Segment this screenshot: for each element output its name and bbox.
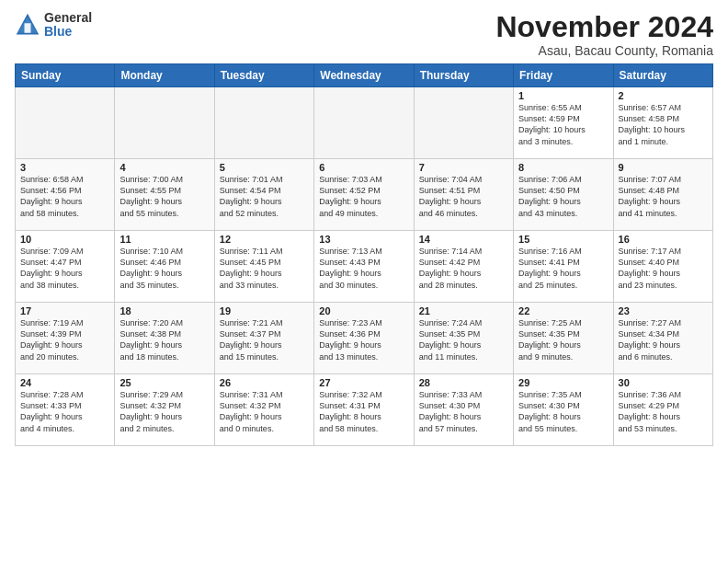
- logo-blue-text: Blue: [44, 25, 92, 39]
- col-sunday: Sunday: [16, 64, 115, 87]
- cal-cell-w5-d2: 26Sunrise: 7:31 AMSunset: 4:32 PMDayligh…: [214, 374, 313, 446]
- day-info: Sunrise: 7:16 AMSunset: 4:41 PMDaylight:…: [518, 246, 608, 291]
- cal-cell-w5-d4: 28Sunrise: 7:33 AMSunset: 4:30 PMDayligh…: [414, 374, 513, 446]
- cal-cell-w5-d3: 27Sunrise: 7:32 AMSunset: 4:31 PMDayligh…: [314, 374, 414, 446]
- day-number: 24: [20, 377, 109, 388]
- day-number: 4: [119, 162, 209, 173]
- day-info: Sunrise: 7:21 AMSunset: 4:37 PMDaylight:…: [220, 317, 309, 362]
- day-number: 26: [220, 377, 309, 388]
- day-info: Sunrise: 7:14 AMSunset: 4:42 PMDaylight:…: [419, 246, 508, 291]
- cal-cell-w1-d1: [115, 87, 214, 159]
- day-info: Sunrise: 7:23 AMSunset: 4:36 PMDaylight:…: [319, 317, 408, 362]
- cal-cell-w5-d0: 24Sunrise: 7:28 AMSunset: 4:33 PMDayligh…: [16, 374, 115, 446]
- col-wednesday: Wednesday: [314, 64, 414, 87]
- day-number: 1: [518, 90, 608, 101]
- day-info: Sunrise: 7:03 AMSunset: 4:52 PMDaylight:…: [319, 174, 408, 219]
- col-tuesday: Tuesday: [214, 64, 313, 87]
- cal-cell-w1-d5: 1Sunrise: 6:55 AMSunset: 4:59 PMDaylight…: [514, 87, 613, 159]
- day-info: Sunrise: 7:20 AMSunset: 4:38 PMDaylight:…: [119, 317, 209, 362]
- day-number: 9: [619, 162, 708, 173]
- day-info: Sunrise: 6:57 AMSunset: 4:58 PMDaylight:…: [619, 102, 708, 147]
- day-number: 6: [319, 162, 408, 173]
- day-info: Sunrise: 7:00 AMSunset: 4:55 PMDaylight:…: [119, 174, 209, 219]
- cal-cell-w2-d6: 9Sunrise: 7:07 AMSunset: 4:48 PMDaylight…: [613, 159, 712, 231]
- week-row-2: 3Sunrise: 6:58 AMSunset: 4:56 PMDaylight…: [16, 159, 713, 231]
- day-info: Sunrise: 7:10 AMSunset: 4:46 PMDaylight:…: [119, 246, 209, 291]
- day-info: Sunrise: 6:55 AMSunset: 4:59 PMDaylight:…: [518, 102, 608, 147]
- day-number: 22: [518, 305, 608, 316]
- cal-cell-w1-d6: 2Sunrise: 6:57 AMSunset: 4:58 PMDaylight…: [613, 87, 712, 159]
- svg-rect-2: [25, 24, 31, 34]
- week-row-5: 24Sunrise: 7:28 AMSunset: 4:33 PMDayligh…: [16, 374, 713, 446]
- day-number: 30: [619, 377, 708, 388]
- day-info: Sunrise: 7:29 AMSunset: 4:32 PMDaylight:…: [119, 389, 209, 434]
- day-number: 12: [220, 234, 309, 245]
- col-saturday: Saturday: [613, 64, 712, 87]
- cal-cell-w2-d3: 6Sunrise: 7:03 AMSunset: 4:52 PMDaylight…: [314, 159, 414, 231]
- day-number: 17: [20, 305, 109, 316]
- day-number: 10: [20, 234, 109, 245]
- cal-cell-w3-d1: 11Sunrise: 7:10 AMSunset: 4:46 PMDayligh…: [115, 231, 214, 303]
- cal-cell-w2-d0: 3Sunrise: 6:58 AMSunset: 4:56 PMDaylight…: [16, 159, 115, 231]
- day-number: 21: [419, 305, 508, 316]
- cal-cell-w1-d2: [214, 87, 313, 159]
- week-row-3: 10Sunrise: 7:09 AMSunset: 4:47 PMDayligh…: [16, 231, 713, 303]
- day-number: 28: [419, 377, 508, 388]
- day-info: Sunrise: 7:11 AMSunset: 4:45 PMDaylight:…: [220, 246, 309, 291]
- day-number: 16: [619, 234, 708, 245]
- day-info: Sunrise: 7:07 AMSunset: 4:48 PMDaylight:…: [619, 174, 708, 219]
- cal-cell-w4-d1: 18Sunrise: 7:20 AMSunset: 4:38 PMDayligh…: [115, 303, 214, 374]
- cal-cell-w4-d3: 20Sunrise: 7:23 AMSunset: 4:36 PMDayligh…: [314, 303, 414, 374]
- location: Asau, Bacau County, Romania: [495, 43, 713, 58]
- cal-cell-w2-d1: 4Sunrise: 7:00 AMSunset: 4:55 PMDaylight…: [115, 159, 214, 231]
- calendar-table: Sunday Monday Tuesday Wednesday Thursday…: [15, 63, 713, 446]
- header: General Blue November 2024 Asau, Bacau C…: [15, 11, 713, 58]
- day-info: Sunrise: 6:58 AMSunset: 4:56 PMDaylight:…: [20, 174, 109, 219]
- logo-text: General Blue: [44, 11, 92, 40]
- day-info: Sunrise: 7:31 AMSunset: 4:32 PMDaylight:…: [220, 389, 309, 434]
- cal-cell-w5-d5: 29Sunrise: 7:35 AMSunset: 4:30 PMDayligh…: [514, 374, 613, 446]
- day-info: Sunrise: 7:35 AMSunset: 4:30 PMDaylight:…: [518, 389, 608, 434]
- day-number: 18: [119, 305, 209, 316]
- cal-cell-w5-d6: 30Sunrise: 7:36 AMSunset: 4:29 PMDayligh…: [613, 374, 712, 446]
- cal-cell-w1-d0: [16, 87, 115, 159]
- day-number: 11: [119, 234, 209, 245]
- calendar-header-row: Sunday Monday Tuesday Wednesday Thursday…: [16, 64, 713, 87]
- cal-cell-w3-d4: 14Sunrise: 7:14 AMSunset: 4:42 PMDayligh…: [414, 231, 513, 303]
- day-info: Sunrise: 7:13 AMSunset: 4:43 PMDaylight:…: [319, 246, 408, 291]
- cal-cell-w2-d2: 5Sunrise: 7:01 AMSunset: 4:54 PMDaylight…: [214, 159, 313, 231]
- day-number: 13: [319, 234, 408, 245]
- cal-cell-w4-d0: 17Sunrise: 7:19 AMSunset: 4:39 PMDayligh…: [16, 303, 115, 374]
- col-thursday: Thursday: [414, 64, 513, 87]
- day-number: 2: [619, 90, 708, 101]
- cal-cell-w5-d1: 25Sunrise: 7:29 AMSunset: 4:32 PMDayligh…: [115, 374, 214, 446]
- day-info: Sunrise: 7:04 AMSunset: 4:51 PMDaylight:…: [419, 174, 508, 219]
- week-row-4: 17Sunrise: 7:19 AMSunset: 4:39 PMDayligh…: [16, 303, 713, 374]
- day-info: Sunrise: 7:09 AMSunset: 4:47 PMDaylight:…: [20, 246, 109, 291]
- day-number: 29: [518, 377, 608, 388]
- day-number: 15: [518, 234, 608, 245]
- day-info: Sunrise: 7:06 AMSunset: 4:50 PMDaylight:…: [518, 174, 608, 219]
- day-info: Sunrise: 7:33 AMSunset: 4:30 PMDaylight:…: [419, 389, 508, 434]
- logo: General Blue: [15, 11, 92, 40]
- cal-cell-w2-d4: 7Sunrise: 7:04 AMSunset: 4:51 PMDaylight…: [414, 159, 513, 231]
- day-number: 7: [419, 162, 508, 173]
- cal-cell-w3-d3: 13Sunrise: 7:13 AMSunset: 4:43 PMDayligh…: [314, 231, 414, 303]
- day-number: 8: [518, 162, 608, 173]
- cal-cell-w4-d4: 21Sunrise: 7:24 AMSunset: 4:35 PMDayligh…: [414, 303, 513, 374]
- page-container: General Blue November 2024 Asau, Bacau C…: [0, 0, 728, 454]
- day-number: 27: [319, 377, 408, 388]
- day-number: 14: [419, 234, 508, 245]
- month-title: November 2024: [495, 11, 713, 43]
- day-number: 25: [119, 377, 209, 388]
- title-block: November 2024 Asau, Bacau County, Romani…: [495, 11, 713, 58]
- week-row-1: 1Sunrise: 6:55 AMSunset: 4:59 PMDaylight…: [16, 87, 713, 159]
- day-info: Sunrise: 7:32 AMSunset: 4:31 PMDaylight:…: [319, 389, 408, 434]
- day-info: Sunrise: 7:17 AMSunset: 4:40 PMDaylight:…: [619, 246, 708, 291]
- logo-icon: [15, 12, 40, 38]
- cal-cell-w1-d4: [414, 87, 513, 159]
- day-number: 23: [619, 305, 708, 316]
- cal-cell-w4-d6: 23Sunrise: 7:27 AMSunset: 4:34 PMDayligh…: [613, 303, 712, 374]
- cal-cell-w3-d5: 15Sunrise: 7:16 AMSunset: 4:41 PMDayligh…: [514, 231, 613, 303]
- day-info: Sunrise: 7:19 AMSunset: 4:39 PMDaylight:…: [20, 317, 109, 362]
